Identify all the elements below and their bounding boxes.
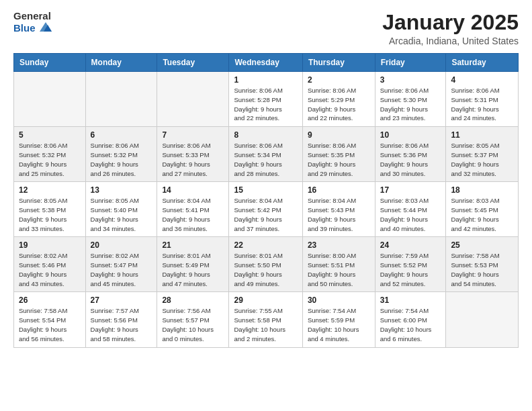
calendar-cell: 8Sunrise: 8:06 AMSunset: 5:34 PMDaylight… — [229, 127, 302, 182]
logo: General Blue — [13, 11, 53, 35]
day-info: Sunrise: 7:55 AMSunset: 5:58 PMDaylight:… — [234, 306, 297, 343]
day-info: Sunrise: 8:06 AMSunset: 5:29 PMDaylight:… — [308, 86, 370, 123]
calendar-cell: 5Sunrise: 8:06 AMSunset: 5:32 PMDaylight… — [14, 127, 86, 182]
calendar-cell: 17Sunrise: 8:03 AMSunset: 5:44 PMDayligh… — [375, 182, 446, 237]
day-number: 28 — [162, 295, 224, 305]
day-number: 21 — [162, 240, 224, 250]
day-info: Sunrise: 8:06 AMSunset: 5:28 PMDaylight:… — [234, 86, 297, 123]
calendar-cell: 26Sunrise: 7:58 AMSunset: 5:54 PMDayligh… — [14, 292, 86, 347]
calendar-cell — [14, 72, 86, 127]
col-header-monday: Monday — [85, 54, 157, 72]
calendar-cell: 4Sunrise: 8:06 AMSunset: 5:31 PMDaylight… — [446, 72, 519, 127]
col-header-thursday: Thursday — [302, 54, 375, 72]
day-info: Sunrise: 7:56 AMSunset: 5:57 PMDaylight:… — [162, 306, 224, 343]
page-title: January 2025 — [382, 11, 519, 34]
day-info: Sunrise: 8:01 AMSunset: 5:49 PMDaylight:… — [162, 251, 224, 288]
day-number: 5 — [19, 130, 81, 140]
calendar-cell: 10Sunrise: 8:06 AMSunset: 5:36 PMDayligh… — [375, 127, 446, 182]
day-number: 1 — [234, 75, 297, 85]
calendar-cell: 27Sunrise: 7:57 AMSunset: 5:56 PMDayligh… — [85, 292, 157, 347]
day-info: Sunrise: 7:58 AMSunset: 5:53 PMDaylight:… — [451, 251, 513, 288]
calendar-cell: 22Sunrise: 8:01 AMSunset: 5:50 PMDayligh… — [229, 237, 302, 292]
day-number: 18 — [451, 185, 513, 195]
day-number: 31 — [380, 295, 441, 305]
day-number: 25 — [451, 240, 513, 250]
day-number: 24 — [380, 240, 441, 250]
calendar-cell — [85, 72, 157, 127]
calendar-cell: 24Sunrise: 7:59 AMSunset: 5:52 PMDayligh… — [375, 237, 446, 292]
day-info: Sunrise: 8:02 AMSunset: 5:46 PMDaylight:… — [19, 251, 81, 288]
calendar-cell: 2Sunrise: 8:06 AMSunset: 5:29 PMDaylight… — [302, 72, 375, 127]
day-info: Sunrise: 8:05 AMSunset: 5:38 PMDaylight:… — [19, 196, 81, 233]
day-number: 14 — [162, 185, 224, 195]
day-info: Sunrise: 8:01 AMSunset: 5:50 PMDaylight:… — [234, 251, 297, 288]
day-number: 7 — [162, 130, 224, 140]
calendar-cell: 3Sunrise: 8:06 AMSunset: 5:30 PMDaylight… — [375, 72, 446, 127]
day-info: Sunrise: 8:03 AMSunset: 5:44 PMDaylight:… — [380, 196, 441, 233]
col-header-friday: Friday — [375, 54, 446, 72]
page-subtitle: Arcadia, Indiana, United States — [382, 36, 519, 46]
calendar-cell: 1Sunrise: 8:06 AMSunset: 5:28 PMDaylight… — [229, 72, 302, 127]
day-info: Sunrise: 7:59 AMSunset: 5:52 PMDaylight:… — [380, 251, 441, 288]
day-info: Sunrise: 7:54 AMSunset: 6:00 PMDaylight:… — [380, 306, 441, 343]
calendar-cell: 31Sunrise: 7:54 AMSunset: 6:00 PMDayligh… — [375, 292, 446, 347]
day-number: 16 — [308, 185, 370, 195]
day-info: Sunrise: 8:05 AMSunset: 5:37 PMDaylight:… — [451, 141, 513, 178]
day-info: Sunrise: 8:06 AMSunset: 5:30 PMDaylight:… — [380, 86, 441, 123]
day-info: Sunrise: 8:06 AMSunset: 5:34 PMDaylight:… — [234, 141, 297, 178]
calendar-week-row: 12Sunrise: 8:05 AMSunset: 5:38 PMDayligh… — [14, 182, 519, 237]
day-number: 11 — [451, 130, 513, 140]
calendar-week-row: 26Sunrise: 7:58 AMSunset: 5:54 PMDayligh… — [14, 292, 519, 347]
page: General Blue January 2025 Arcadia, India… — [0, 0, 532, 411]
title-block: January 2025 Arcadia, Indiana, United St… — [382, 11, 519, 46]
day-number: 15 — [234, 185, 297, 195]
logo-blue: Blue — [13, 23, 36, 34]
calendar-cell: 29Sunrise: 7:55 AMSunset: 5:58 PMDayligh… — [229, 292, 302, 347]
day-number: 8 — [234, 130, 297, 140]
calendar-week-row: 1Sunrise: 8:06 AMSunset: 5:28 PMDaylight… — [14, 72, 519, 127]
day-info: Sunrise: 8:04 AMSunset: 5:41 PMDaylight:… — [162, 196, 224, 233]
logo-text: General Blue — [13, 11, 53, 35]
day-number: 12 — [19, 185, 81, 195]
day-info: Sunrise: 8:06 AMSunset: 5:32 PMDaylight:… — [19, 141, 81, 178]
day-number: 10 — [380, 130, 441, 140]
calendar-week-row: 19Sunrise: 8:02 AMSunset: 5:46 PMDayligh… — [14, 237, 519, 292]
logo-icon — [38, 21, 53, 36]
day-info: Sunrise: 8:06 AMSunset: 5:35 PMDaylight:… — [308, 141, 370, 178]
day-number: 6 — [91, 130, 152, 140]
day-info: Sunrise: 7:58 AMSunset: 5:54 PMDaylight:… — [19, 306, 81, 343]
calendar-cell: 30Sunrise: 7:54 AMSunset: 5:59 PMDayligh… — [302, 292, 375, 347]
calendar-cell: 14Sunrise: 8:04 AMSunset: 5:41 PMDayligh… — [157, 182, 229, 237]
day-info: Sunrise: 8:04 AMSunset: 5:42 PMDaylight:… — [234, 196, 297, 233]
calendar-cell: 25Sunrise: 7:58 AMSunset: 5:53 PMDayligh… — [446, 237, 519, 292]
day-info: Sunrise: 7:54 AMSunset: 5:59 PMDaylight:… — [308, 306, 370, 343]
day-number: 3 — [380, 75, 441, 85]
calendar-cell: 13Sunrise: 8:05 AMSunset: 5:40 PMDayligh… — [85, 182, 157, 237]
day-info: Sunrise: 7:57 AMSunset: 5:56 PMDaylight:… — [91, 306, 152, 343]
calendar-header-row: Sunday Monday Tuesday Wednesday Thursday… — [14, 54, 519, 72]
day-number: 22 — [234, 240, 297, 250]
calendar-cell: 9Sunrise: 8:06 AMSunset: 5:35 PMDaylight… — [302, 127, 375, 182]
col-header-wednesday: Wednesday — [229, 54, 302, 72]
day-number: 26 — [19, 295, 81, 305]
calendar-cell: 18Sunrise: 8:03 AMSunset: 5:45 PMDayligh… — [446, 182, 519, 237]
day-info: Sunrise: 8:06 AMSunset: 5:31 PMDaylight:… — [451, 86, 513, 123]
day-number: 27 — [91, 295, 152, 305]
col-header-tuesday: Tuesday — [157, 54, 229, 72]
calendar-cell: 23Sunrise: 8:00 AMSunset: 5:51 PMDayligh… — [302, 237, 375, 292]
calendar-cell: 20Sunrise: 8:02 AMSunset: 5:47 PMDayligh… — [85, 237, 157, 292]
calendar-cell: 7Sunrise: 8:06 AMSunset: 5:33 PMDaylight… — [157, 127, 229, 182]
day-info: Sunrise: 8:05 AMSunset: 5:40 PMDaylight:… — [91, 196, 152, 233]
calendar-cell: 12Sunrise: 8:05 AMSunset: 5:38 PMDayligh… — [14, 182, 86, 237]
calendar-cell — [157, 72, 229, 127]
day-info: Sunrise: 8:03 AMSunset: 5:45 PMDaylight:… — [451, 196, 513, 233]
day-info: Sunrise: 8:06 AMSunset: 5:36 PMDaylight:… — [380, 141, 441, 178]
day-number: 13 — [91, 185, 152, 195]
calendar-cell: 11Sunrise: 8:05 AMSunset: 5:37 PMDayligh… — [446, 127, 519, 182]
header: General Blue January 2025 Arcadia, India… — [13, 11, 519, 46]
day-number: 19 — [19, 240, 81, 250]
calendar-table: Sunday Monday Tuesday Wednesday Thursday… — [13, 53, 519, 347]
day-number: 2 — [308, 75, 370, 85]
day-info: Sunrise: 8:04 AMSunset: 5:43 PMDaylight:… — [308, 196, 370, 233]
day-number: 4 — [451, 75, 513, 85]
